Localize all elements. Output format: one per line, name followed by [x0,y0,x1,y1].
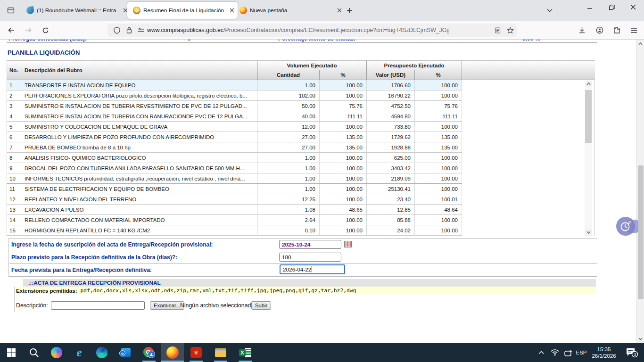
taskbar-acrobat-icon[interactable]: ✳ [185,343,207,362]
cell-valor-usd: 3403.42 [367,163,415,173]
taskbar: e o ✳ X ESP [0,343,644,362]
fecha-suscripcion-input[interactable]: 2025-10-24 [279,240,341,249]
account-icon[interactable] [593,25,606,36]
table-row[interactable]: 8 ANALISIS FISICO- QUIMICO BACTERIOLOGIC… [7,153,462,163]
tab-nueva-pestana[interactable]: Nueva pestaña [234,0,345,21]
table-row[interactable]: 3 SUMINISTRO E INSTALACION DE TUBERIA RE… [7,101,462,111]
clock-icon [619,219,633,233]
cell-cantidad: 2.64 [257,215,320,225]
reader-view-icon[interactable] [491,27,504,33]
taskbar-copilot-icon[interactable] [45,343,68,362]
upload-button[interactable]: Subir [251,301,271,310]
floating-clock-widget[interactable] [616,217,635,236]
taskbar-internet-explorer-icon[interactable]: e [68,343,91,362]
reload-button[interactable] [39,24,52,37]
page-scrollbar-thumb[interactable] [638,165,644,299]
url-bar[interactable]: www.compraspublicas.gob.ec/ProcesoContra… [107,24,517,37]
taskbar-outlook-icon[interactable]: o [114,343,136,362]
table-row[interactable]: 14 RELLENO COMPACTADO CON MATERIAL IMPOR… [7,215,462,225]
taskbar-edge-icon[interactable] [91,343,113,362]
cell-no: 2 [7,90,21,100]
table-row[interactable]: 6 DESARROLLO Y LIMPIEZA DE POZO PROFUNDO… [7,132,462,142]
cell-volumen-pct: 100.00 [320,153,367,163]
tab-close-icon[interactable] [336,7,343,14]
back-button[interactable] [5,24,18,37]
extensions-puzzle-icon[interactable] [610,25,623,36]
taskbar-excel-icon[interactable]: X [234,343,256,362]
table-scrollbar-thumb[interactable] [585,90,592,143]
roundcube-favicon-icon [26,6,35,15]
page-title: PLANILLA LIQUIDACIÓN [8,49,80,56]
text-cursor [312,266,312,272]
cell-cantidad: 1.08 [257,205,320,214]
taskbar-file-explorer-icon[interactable] [209,343,232,362]
tab-resumen-liquidacion[interactable]: Resumen Final de la Liquidación [127,2,238,19]
taskbar-chrome-profile-icon[interactable] [138,343,160,362]
cell-valor-usd: 12.85 [367,205,415,214]
table-row[interactable]: 7 PRUEBA DE BOMBEO bomba de 8 a 10 hp 27… [7,142,462,153]
lock-icon[interactable] [124,27,135,33]
divider [7,43,597,43]
taskbar-clock[interactable]: 15:35 26/1/2026 [589,343,619,362]
wifi-icon[interactable] [548,343,562,362]
tray-show-hidden-icons[interactable] [535,343,548,362]
table-row[interactable]: 5 SUMINISTRO Y COLOCACION DE EMPAQUE DE … [7,122,462,132]
taskbar-search-icon[interactable] [23,343,45,362]
menu-hamburger-icon[interactable] [627,25,640,36]
cell-no: 15 [7,225,21,235]
taskbar-firefox-icon[interactable] [161,343,184,362]
window-minimize-button[interactable] [582,0,598,14]
cell-volumen-pct: 100.00 [320,173,367,183]
start-button[interactable] [0,343,23,362]
list-all-tabs-icon[interactable] [543,5,556,16]
scroll-down-icon[interactable] [637,336,644,342]
firefox-view-icon[interactable] [5,4,17,16]
table-row[interactable]: 11 SISTEMA DE ELECTRIFICACION Y EQUIPO D… [7,184,462,194]
language-indicator[interactable]: ESP [573,343,589,362]
window-close-button[interactable] [625,0,641,14]
divider [8,238,9,276]
table-row[interactable]: 12 REPLANTEO Y NIVELACION DEL TERRENO 12… [7,194,462,205]
bookmark-star-icon[interactable] [504,27,517,34]
table-row[interactable]: 15 HORMIGON EN REPLANTILLO FC = 140 KG /… [7,225,462,236]
tracking-shield-icon[interactable] [110,27,124,34]
table-header: No. Descripción del Rubro Volumen Ejecut… [7,60,595,80]
scroll-down-icon[interactable] [585,229,592,236]
cell-volumen-pct: 100.00 [320,215,367,225]
tab-roundcube[interactable]: (1) Roundcube Webmail :: Entra [21,0,131,21]
prorrogas-value: 0 [188,40,191,42]
porcentaje-multas-label: Porcentaje Monto de multas: [278,40,355,42]
cell-presupuesto-pct: 135.00 [415,132,462,142]
table-row[interactable]: 2 PERFORACIONES EXPLORATORIA pozo piloto… [7,90,462,101]
browse-file-button[interactable]: Examinar... [150,301,184,310]
descripcion-input[interactable] [51,301,145,310]
table-row[interactable]: 9 BROCAL DEL POZO CON TUBERIA ANILLADA P… [7,163,462,173]
planilla-table: No. Descripción del Rubro Volumen Ejecut… [7,60,595,236]
calendar-icon[interactable] [344,241,352,249]
window-restore-button[interactable] [603,0,619,14]
table-row[interactable]: 13 EXCAVACION A PULSO 1.08 48.65 12.85 4… [7,205,462,215]
table-row[interactable]: 10 INFORMES TECNICOS profundidad, estrat… [7,173,462,184]
notifications-icon[interactable]: 3 [621,343,642,362]
cell-no: 11 [7,184,21,194]
forward-button[interactable] [22,24,35,37]
no-file-selected-text: Ningún archivo seleccionado. [180,302,256,309]
scroll-up-icon[interactable] [585,81,592,87]
cell-volumen-pct: 100.00 [320,194,367,204]
cell-presupuesto-pct: 100.00 [415,225,462,235]
divider [8,276,597,277]
fecha-prevista-input[interactable]: 2026-04-22 [280,264,345,274]
plazo-previsto-input[interactable]: 180 [279,253,341,262]
cell-cantidad: 1.00 [257,163,320,173]
table-scrollbar[interactable] [585,81,592,236]
new-tab-button[interactable] [344,5,355,16]
downloads-icon[interactable] [575,25,588,36]
scroll-up-icon[interactable] [637,41,644,47]
table-row[interactable]: 4 SUMINISTRO E INSTALACION DE TUBERIA CO… [7,111,462,122]
permissions-icon[interactable] [135,28,147,33]
cell-volumen-pct: 100.00 [320,122,367,132]
table-row[interactable]: 1 TRANSPORTE E INSTALACION DE EQUIPO 1.0… [7,80,462,90]
porcentaje-multas-value: 0.00 % [522,40,540,42]
page-scrollbar[interactable] [636,40,644,343]
extensions-list: pdf,doc,docx,xls,xlsx,odt,ods,zip,rar,xm… [81,288,356,294]
